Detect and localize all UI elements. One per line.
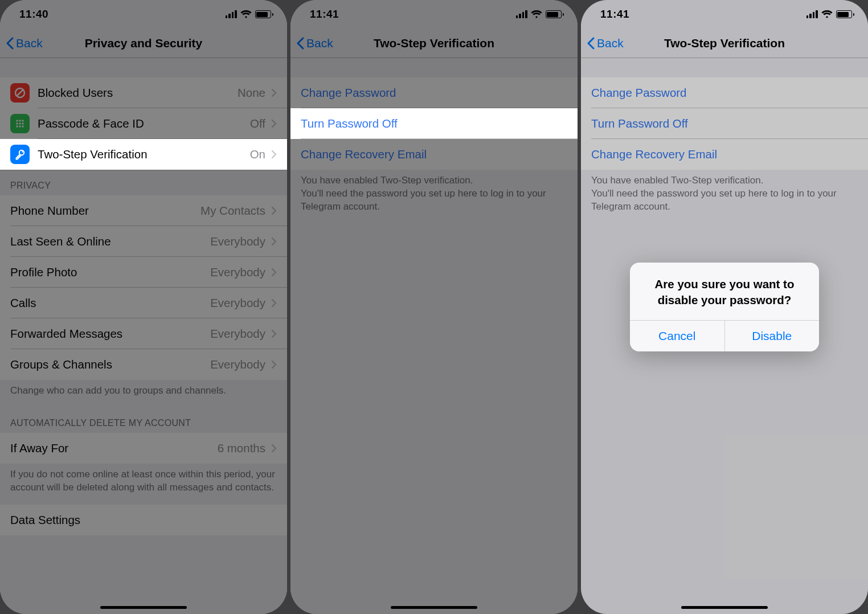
- delete-section: If Away For 6 months: [0, 433, 287, 464]
- blocked-icon: [10, 83, 30, 103]
- svg-point-10: [22, 125, 23, 127]
- privacy-section-header: PRIVACY: [0, 170, 287, 195]
- home-indicator[interactable]: [391, 606, 477, 609]
- passcode-faceid-row[interactable]: Passcode & Face ID Off: [0, 108, 287, 139]
- chevron-right-icon: [271, 360, 277, 369]
- phone-number-label: Phone Number: [10, 204, 200, 218]
- passcode-icon: [10, 114, 30, 133]
- svg-point-3: [19, 120, 21, 121]
- alert-backdrop: Are you sure you want to disable your pa…: [581, 0, 868, 614]
- nav-bar: Back Privacy and Security: [0, 28, 287, 58]
- status-time: 11:40: [19, 8, 48, 21]
- back-button[interactable]: Back: [290, 36, 333, 50]
- alert-disable-button[interactable]: Disable: [724, 321, 820, 351]
- chevron-right-icon: [271, 329, 277, 338]
- if-away-value: 6 months: [218, 441, 265, 455]
- chevron-left-icon: [296, 37, 304, 50]
- wifi-icon: [240, 10, 252, 19]
- delete-footer: If you do not come online at least once …: [0, 464, 287, 505]
- passcode-value: Off: [250, 117, 265, 130]
- blocked-users-row[interactable]: Blocked Users None: [0, 77, 287, 108]
- chevron-right-icon: [271, 237, 277, 246]
- svg-point-5: [16, 122, 18, 124]
- chevron-right-icon: [271, 150, 277, 159]
- phone-number-row[interactable]: Phone Number My Contacts: [0, 195, 287, 226]
- change-password-label: Change Password: [301, 86, 567, 100]
- back-button[interactable]: Back: [0, 36, 43, 50]
- two-step-footer: You have enabled Two-Step verification. …: [290, 170, 578, 224]
- calls-label: Calls: [10, 296, 210, 310]
- turn-password-off-label: Turn Password Off: [301, 117, 567, 130]
- profile-photo-value: Everybody: [210, 265, 265, 279]
- data-settings-row[interactable]: Data Settings: [0, 505, 287, 535]
- last-seen-row[interactable]: Last Seen & Online Everybody: [0, 226, 287, 257]
- forwarded-messages-value: Everybody: [210, 327, 265, 341]
- forwarded-messages-row[interactable]: Forwarded Messages Everybody: [0, 318, 287, 349]
- chevron-right-icon: [271, 206, 277, 215]
- change-recovery-email-label: Change Recovery Email: [301, 148, 567, 161]
- two-step-actions: Change Password Turn Password Off Change…: [290, 77, 578, 170]
- calls-row[interactable]: Calls Everybody: [0, 288, 287, 318]
- svg-point-12: [22, 151, 23, 152]
- profile-photo-row[interactable]: Profile Photo Everybody: [0, 257, 287, 288]
- groups-channels-value: Everybody: [210, 358, 265, 371]
- profile-photo-label: Profile Photo: [10, 265, 210, 279]
- back-label: Back: [16, 36, 43, 50]
- change-recovery-email-row[interactable]: Change Recovery Email: [290, 139, 578, 170]
- turn-password-off-row[interactable]: Turn Password Off: [290, 108, 578, 139]
- blocked-users-value: None: [238, 86, 265, 100]
- screen-privacy-security: 11:40 Back Privacy and Security: [0, 0, 287, 614]
- home-indicator[interactable]: [100, 606, 187, 609]
- chevron-right-icon: [271, 444, 277, 453]
- chevron-left-icon: [6, 37, 14, 50]
- page-title: Privacy and Security: [0, 36, 287, 50]
- chevron-right-icon: [271, 268, 277, 277]
- battery-icon: [255, 10, 274, 18]
- confirm-alert: Are you sure you want to disable your pa…: [630, 263, 819, 351]
- blocked-users-label: Blocked Users: [38, 86, 238, 100]
- groups-channels-label: Groups & Channels: [10, 358, 210, 371]
- chevron-right-icon: [271, 298, 277, 308]
- forwarded-messages-label: Forwarded Messages: [10, 327, 210, 341]
- privacy-footer: Change who can add you to groups and cha…: [0, 380, 287, 408]
- two-step-value: On: [250, 148, 265, 161]
- delete-section-header: AUTOMATICALLY DELETE MY ACCOUNT: [0, 408, 287, 433]
- svg-point-9: [19, 125, 21, 127]
- status-time: 11:41: [310, 8, 339, 21]
- two-step-label: Two-Step Verification: [38, 148, 250, 161]
- data-settings-label: Data Settings: [10, 513, 277, 527]
- svg-point-7: [22, 122, 23, 124]
- passcode-label: Passcode & Face ID: [38, 117, 250, 130]
- security-section: Blocked Users None Passcode & Face ID Of…: [0, 77, 287, 170]
- svg-line-1: [17, 90, 23, 96]
- svg-point-8: [16, 125, 18, 127]
- calls-value: Everybody: [210, 296, 265, 310]
- chevron-right-icon: [271, 88, 277, 97]
- status-bar: 11:41: [290, 0, 578, 28]
- status-indicators: [516, 10, 564, 19]
- alert-title: Are you sure you want to disable your pa…: [630, 263, 819, 320]
- groups-channels-row[interactable]: Groups & Channels Everybody: [0, 349, 287, 380]
- svg-point-6: [19, 122, 21, 124]
- change-password-row[interactable]: Change Password: [290, 77, 578, 108]
- chevron-right-icon: [271, 119, 277, 128]
- svg-point-4: [22, 120, 23, 121]
- cellular-icon: [226, 10, 237, 18]
- two-step-verification-row[interactable]: Two-Step Verification On: [0, 139, 287, 170]
- status-bar: 11:40: [0, 0, 287, 28]
- last-seen-value: Everybody: [210, 235, 265, 248]
- battery-icon: [546, 10, 564, 18]
- back-label: Back: [306, 36, 333, 50]
- alert-cancel-button[interactable]: Cancel: [630, 321, 724, 351]
- if-away-for-row[interactable]: If Away For 6 months: [0, 433, 287, 464]
- key-icon: [10, 145, 30, 164]
- home-indicator[interactable]: [681, 606, 768, 609]
- status-indicators: [226, 10, 274, 19]
- nav-bar: Back Two-Step Verification: [290, 28, 578, 58]
- privacy-section: Phone Number My Contacts Last Seen & Onl…: [0, 195, 287, 380]
- svg-point-11: [19, 150, 24, 155]
- page-title: Two-Step Verification: [290, 36, 578, 50]
- if-away-label: If Away For: [10, 441, 218, 455]
- screen-two-step-verification-alert: 11:41 Back Two-Step Verification Change …: [581, 0, 868, 614]
- svg-point-2: [16, 120, 18, 121]
